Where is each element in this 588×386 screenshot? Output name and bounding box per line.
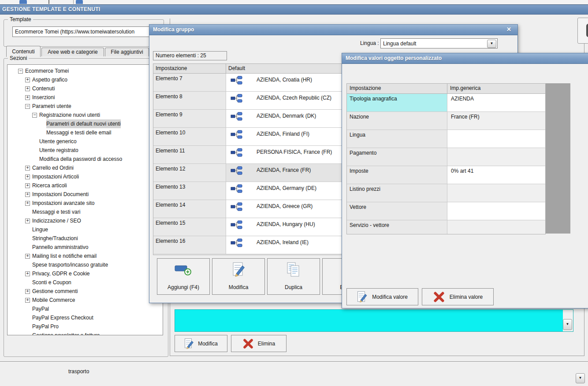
tree-expander-icon[interactable]: + <box>25 254 30 259</box>
dialog-titlebar[interactable]: Modifica valori oggetto personalizzato <box>342 53 588 64</box>
status-divider-highlight <box>0 362 588 362</box>
tree-item[interactable]: Messaggi e testi delle email <box>7 128 163 137</box>
row-name: Elemento 13 <box>153 182 226 200</box>
chevron-down-icon[interactable]: ▼ <box>563 319 572 330</box>
toolbar-icon-fragment[interactable] <box>19 0 27 4</box>
tree-item-label: Contenuti <box>32 84 55 93</box>
tree-item[interactable]: + Mailing list e notifiche email <box>7 252 163 260</box>
elimina-valore-button[interactable]: Elimina valore <box>422 288 494 305</box>
tree-item[interactable]: + Indicizzazione / SEO <box>7 216 163 225</box>
tree-item[interactable]: + Impostazioni avanzate sito <box>7 199 163 208</box>
tree-expander-icon[interactable]: + <box>25 86 30 91</box>
chevron-down-icon[interactable]: ▼ <box>487 40 496 48</box>
toolbar-icon-fragment[interactable] <box>76 0 83 4</box>
tree-item[interactable]: + Mobile Commerce <box>7 296 163 304</box>
tree-expander-icon[interactable]: + <box>25 201 30 206</box>
tree-item[interactable]: Pannello amministrativo <box>7 243 163 252</box>
tree-item-label: Registrazione nuovi utenti <box>39 111 100 119</box>
table-row[interactable]: Vettore <box>347 202 545 220</box>
modifica-valore-button[interactable]: Modifica valore <box>346 288 418 305</box>
tree-item-label: Aspetto grafico <box>32 75 67 84</box>
hierarchy-icon <box>231 130 242 139</box>
tree-item[interactable]: − Registrazione nuovi utenti <box>7 111 163 119</box>
tree-expander-icon[interactable]: + <box>25 95 30 100</box>
column-header-impostazione[interactable]: Impostazione <box>347 84 447 93</box>
tree-item[interactable]: Parametri di default nuovi utenti <box>7 119 163 128</box>
tree-item[interactable]: Lingue <box>7 225 163 234</box>
tree-expander-icon[interactable]: + <box>25 183 30 188</box>
tree-item[interactable]: − Parametri utente <box>7 102 163 111</box>
column-header-impostazione[interactable]: Impostazione <box>153 64 226 73</box>
tree-item[interactable]: + Privacy, GDPR e Cookie <box>7 269 163 278</box>
tree-expander-icon[interactable]: − <box>32 113 37 118</box>
tree-item[interactable]: + Impostazioni Documenti <box>7 190 163 199</box>
duplica-button[interactable]: Duplica <box>267 258 320 295</box>
table-row[interactable]: Pagamento <box>347 148 545 166</box>
tree-item[interactable]: Modifica della password di accesso <box>7 155 163 163</box>
tree-item[interactable]: − Ecommerce Tomei <box>7 67 163 75</box>
tree-item-label: Mobile Commerce <box>32 296 75 304</box>
tree-expander-icon[interactable]: + <box>25 271 30 276</box>
dialog-titlebar[interactable]: Modifica gruppo ✕ <box>149 25 517 35</box>
row-name: Imposte <box>347 166 447 184</box>
edit-icon <box>184 338 194 349</box>
tree-item[interactable]: + Contenuti <box>7 84 163 93</box>
table-row[interactable]: Listino prezzi <box>347 184 545 202</box>
row-value: AZIENDA <box>447 94 545 111</box>
tree-item[interactable]: Utente registrato <box>7 146 163 155</box>
tree-item[interactable]: PayPal Pro <box>7 322 163 331</box>
tree-expander-icon[interactable]: + <box>25 166 30 171</box>
tree-item[interactable]: PayPal <box>7 304 163 313</box>
tree-item[interactable]: PayPal Express Checkout <box>7 313 163 322</box>
tree-expander-icon[interactable]: + <box>25 174 30 179</box>
custom-object-combo[interactable]: ▼ <box>175 309 573 332</box>
tree-item[interactable]: Sconti e Coupon <box>7 278 163 287</box>
table-scrollbar-track[interactable] <box>546 83 570 234</box>
hierarchy-icon <box>231 148 242 157</box>
table-row[interactable]: Nazione France (FR) <box>347 112 545 130</box>
tree-expander-icon[interactable]: − <box>25 104 30 109</box>
tree-expander-icon[interactable]: + <box>25 289 30 294</box>
modifica-button[interactable]: Modifica <box>175 335 227 352</box>
corner-partial-button[interactable] <box>577 18 588 44</box>
lingua-select[interactable]: Lingua default ▼ <box>380 38 498 48</box>
sections-groupbox-label: Sezioni <box>8 56 29 61</box>
tree-item[interactable]: + Inserzioni <box>7 93 163 102</box>
tree-item-label: Gestione newsletter e fatture <box>32 331 100 335</box>
tree-item[interactable]: + Aspetto grafico <box>7 75 163 84</box>
tree-expander-icon[interactable]: + <box>25 298 30 303</box>
template-select[interactable]: Ecommerce Tomei (https://www.tomeiwaters… <box>12 26 158 37</box>
row-value: AZIENDA, Ireland (IE) <box>257 238 309 245</box>
tree-item[interactable]: + Carrello ed Ordini <box>7 163 163 172</box>
elimina-button[interactable]: Elimina <box>231 335 287 352</box>
tree-item[interactable]: + Gestione commenti <box>7 287 163 296</box>
tree-expander-icon[interactable]: + <box>25 192 30 197</box>
tree-expander-icon[interactable]: + <box>25 219 30 223</box>
tree-item[interactable]: Messaggi e testi vari <box>7 208 163 216</box>
tree-expander-icon[interactable]: − <box>18 69 23 74</box>
tree-scroll-down-icon[interactable]: ▼ <box>576 373 585 383</box>
aggiungi-button[interactable]: Aggiungi (F4) <box>157 258 210 295</box>
toolbar-separator <box>48 0 49 4</box>
tree-item[interactable]: Utente generico <box>7 137 163 146</box>
tab[interactable]: File aggiuntivi <box>105 48 149 56</box>
table-row[interactable]: Servizio - vettore <box>347 220 545 234</box>
close-icon[interactable]: ✕ <box>506 26 511 33</box>
tree-item[interactable]: + Impostazioni Articoli <box>7 172 163 181</box>
modifica-button-label: Modifica <box>198 341 218 347</box>
column-header-generica[interactable]: Imp.generica <box>447 84 545 93</box>
row-name: Elemento 10 <box>153 128 226 145</box>
tree-item[interactable]: Stringhe/Traduzioni <box>7 234 163 243</box>
tree-item[interactable]: Spese trasporto/incasso gratuite <box>7 260 163 269</box>
tab[interactable]: Aree web e categorie <box>41 48 104 56</box>
tree-item[interactable]: + Ricerca articoli <box>7 181 163 190</box>
table-row[interactable]: Imposte 0% art 41 <box>347 166 545 184</box>
edit-icon <box>357 291 368 303</box>
tree-expander-icon[interactable]: + <box>25 78 30 82</box>
modifica-element-button[interactable]: Modifica <box>212 258 265 295</box>
row-value: France (FR) <box>447 112 545 130</box>
table-row[interactable]: Tipologia anagrafica AZIENDA <box>347 94 545 112</box>
tree-item[interactable]: Gestione newsletter e fatture <box>7 331 163 335</box>
table-row[interactable]: Lingua <box>347 130 545 148</box>
hierarchy-icon <box>231 184 242 193</box>
